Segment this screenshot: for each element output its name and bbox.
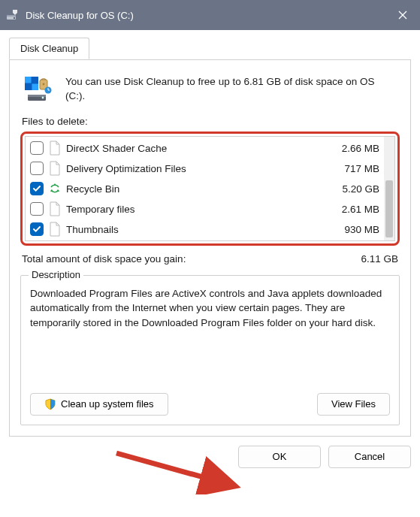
svg-point-2 — [14, 17, 15, 19]
total-row: Total amount of disk space you gain: 6.1… — [20, 246, 400, 268]
description-title: Description — [29, 269, 83, 280]
total-label: Total amount of disk space you gain: — [22, 253, 361, 265]
file-list[interactable]: DirectX Shader Cache2.66 MBDelivery Opti… — [25, 136, 395, 241]
cancel-label: Cancel — [355, 451, 385, 462]
file-checkbox[interactable] — [30, 202, 44, 216]
file-name: Temporary files — [66, 204, 322, 215]
ok-button[interactable]: OK — [238, 446, 321, 468]
disk-cleanup-icon — [6, 8, 20, 22]
file-row[interactable]: Temporary files2.61 MB — [27, 199, 382, 219]
filelist-highlight: DirectX Shader Cache2.66 MBDelivery Opti… — [20, 132, 400, 246]
svg-rect-7 — [32, 84, 39, 91]
view-files-button[interactable]: View Files — [317, 393, 390, 416]
description-text: Downloaded Program Files are ActiveX con… — [30, 286, 390, 378]
file-checkbox[interactable] — [30, 141, 44, 155]
file-row[interactable]: Thumbnails930 MB — [27, 219, 382, 240]
tab-panel: You can use Disk Cleanup to free up to 6… — [9, 60, 411, 437]
files-to-delete-label: Files to delete: — [22, 116, 400, 127]
file-row[interactable]: Delivery Optimization Files717 MB — [27, 159, 382, 179]
file-checkbox[interactable] — [30, 222, 44, 236]
file-row[interactable]: Recycle Bin5.20 GB — [27, 179, 382, 199]
svg-point-10 — [42, 97, 44, 99]
tab-disk-cleanup[interactable]: Disk Cleanup — [9, 38, 89, 59]
intro-row: You can use Disk Cleanup to free up to 6… — [20, 71, 400, 114]
svg-rect-9 — [28, 95, 46, 97]
svg-rect-5 — [32, 77, 39, 83]
scrollbar[interactable] — [384, 137, 394, 240]
svg-point-12 — [43, 83, 45, 86]
tab-strip: Disk Cleanup — [0, 30, 420, 60]
file-size: 2.61 MB — [327, 204, 379, 215]
clean-up-system-files-button[interactable]: Clean up system files — [30, 393, 168, 416]
close-button[interactable] — [385, 0, 420, 30]
svg-rect-6 — [25, 84, 32, 91]
file-checkbox[interactable] — [30, 162, 44, 175]
dialog-footer: OK Cancel — [0, 446, 420, 479]
svg-rect-1 — [7, 15, 16, 17]
file-size: 930 MB — [327, 224, 379, 235]
close-icon — [398, 11, 407, 20]
cancel-button[interactable]: Cancel — [328, 446, 411, 468]
ok-label: OK — [273, 451, 287, 462]
file-name: Thumbnails — [66, 224, 322, 235]
recycle-bin-icon — [48, 180, 62, 197]
titlebar: Disk Cleanup for OS (C:) — [0, 0, 420, 30]
file-name: DirectX Shader Cache — [66, 143, 322, 154]
intro-text: You can use Disk Cleanup to free up to 6… — [65, 75, 397, 104]
clean-up-system-files-label: Clean up system files — [61, 398, 154, 410]
file-icon — [48, 221, 62, 237]
window-title: Disk Cleanup for OS (C:) — [26, 10, 385, 21]
file-icon — [48, 201, 62, 217]
file-icon — [48, 160, 62, 177]
file-size: 717 MB — [327, 163, 379, 174]
total-value: 6.11 GB — [361, 253, 398, 265]
file-checkbox[interactable] — [30, 182, 44, 195]
drive-cleanup-icon — [23, 75, 53, 102]
file-size: 5.20 GB — [327, 183, 379, 195]
description-group: Description Downloaded Program Files are… — [20, 275, 400, 425]
file-icon — [48, 140, 62, 156]
file-row[interactable]: DirectX Shader Cache2.66 MB — [27, 138, 382, 159]
file-name: Delivery Optimization Files — [66, 163, 322, 174]
file-size: 2.66 MB — [327, 143, 379, 154]
file-name: Recycle Bin — [66, 183, 322, 195]
svg-rect-4 — [25, 77, 32, 83]
scrollbar-thumb[interactable] — [385, 180, 393, 237]
view-files-label: View Files — [331, 398, 376, 410]
shield-icon — [44, 398, 56, 410]
